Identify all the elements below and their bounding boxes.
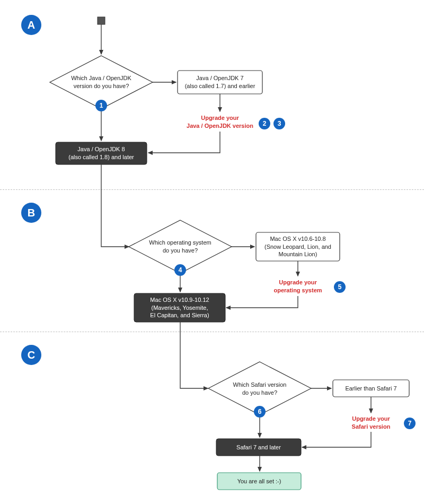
upgrade-java-label: Upgrade your Java / OpenJDK version	[183, 114, 257, 130]
upgrade-os-label: Upgrade your operating system	[265, 279, 331, 294]
upgrade-safari-label: Upgrade your Safari version	[340, 415, 402, 431]
badge-5: 5	[334, 281, 346, 293]
badge-2: 2	[259, 118, 270, 129]
box-done-label: You are all set :-)	[217, 476, 301, 486]
box-os-old-label: Mac OS X v10.6-10.8 (Snow Leopard, Lion,…	[256, 234, 340, 259]
decision-os-label: Which operating system do you have?	[140, 239, 220, 255]
box-safari-old-label: Earlier than Safari 7	[333, 382, 409, 395]
badge-4: 4	[174, 264, 186, 276]
box-java8-label: Java / OpenJDK 8 (also called 1.8) and l…	[56, 145, 147, 162]
badge-6: 6	[254, 406, 266, 418]
box-java7-label: Java / OpenJDK 7 (also called 1.7) and e…	[178, 73, 262, 91]
badge-1: 1	[95, 100, 107, 111]
badge-3: 3	[273, 118, 285, 129]
decision-java-label: Which Java / OpenJDK version do you have…	[61, 74, 142, 90]
box-safari7-label: Safari 7 and later	[216, 442, 301, 453]
badge-7: 7	[404, 418, 416, 429]
decision-safari-label: Which Safari version do you have?	[219, 381, 300, 397]
start-node	[98, 17, 105, 24]
box-os-new-label: Mac OS X v10.9-10.12 (Mavericks, Yosemit…	[134, 296, 225, 319]
